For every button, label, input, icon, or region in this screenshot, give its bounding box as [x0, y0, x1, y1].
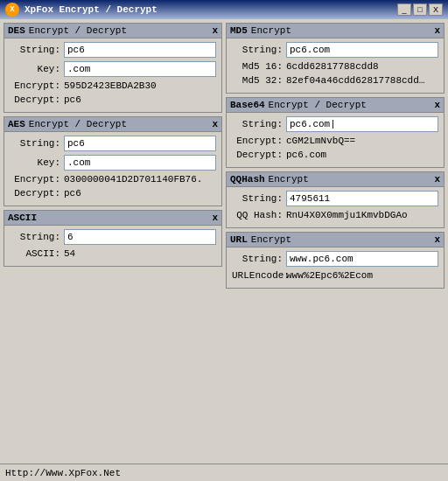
url-encode-label: URLEncode: [232, 270, 283, 281]
aes-key-label: Key: [10, 157, 60, 168]
md5-string-input[interactable] [286, 42, 438, 58]
url-close-icon[interactable]: x [434, 234, 440, 245]
base64-decrypt-value: pc6.com [286, 150, 438, 160]
qqhash-string-label: String: [232, 193, 283, 204]
aes-encrypt-value: 0300000041D2D701140FB76. [64, 174, 216, 185]
des-encrypt-value: 595D2423EBDA2B30 [64, 80, 216, 91]
ascii-ascii-value: 54 [64, 248, 216, 259]
ascii-string-label: String: [10, 232, 60, 242]
url-string-input[interactable] [286, 251, 438, 267]
des-key-input[interactable] [64, 61, 216, 77]
md5-16-value: 6cdd62817788cdd8 [286, 61, 438, 72]
base64-string-input[interactable] [286, 116, 438, 132]
status-text: Http://Www.XpFox.Net [5, 468, 121, 478]
status-bar: Http://Www.XpFox.Net [0, 464, 448, 481]
des-decrypt-value: pc6 [64, 94, 216, 105]
aes-encrypt-label: Encrypt: [10, 174, 60, 185]
des-string-label: String: [10, 45, 60, 55]
des-key-label: Key: [10, 64, 60, 74]
md5-string-label: String: [232, 45, 283, 55]
des-string-row: String: [10, 42, 216, 58]
md5-close-icon[interactable]: x [434, 25, 440, 36]
aes-string-label: String: [10, 138, 60, 149]
md5-string-row: String: [232, 42, 438, 58]
aes-subtitle: Encrypt / Decrypt [29, 119, 127, 129]
url-title: URL [230, 234, 248, 245]
base64-decrypt-label: Decrypt: [232, 150, 283, 160]
app-icon: X [5, 3, 19, 17]
des-panel-header: DES Encrypt / Decrypt x [4, 24, 221, 38]
ascii-title: ASCII [8, 213, 37, 223]
des-string-input[interactable] [64, 42, 216, 58]
url-panel-header: URL Encrypt x [227, 233, 444, 247]
aes-close-icon[interactable]: x [212, 119, 218, 129]
ascii-string-input[interactable] [64, 229, 216, 245]
base64-close-icon[interactable]: x [434, 100, 440, 110]
minimize-button[interactable]: _ [397, 3, 411, 16]
des-panel: DES Encrypt / Decrypt x String: Key: Enc… [4, 23, 222, 113]
base64-panel: Base64 Encrypt / Decrypt x String: Encry… [226, 97, 444, 168]
aes-panel: AES Encrypt / Decrypt x String: Key: Enc… [4, 116, 222, 206]
qqhash-string-input[interactable] [286, 191, 438, 206]
url-string-label: String: [232, 254, 283, 264]
base64-title: Base64 [230, 100, 265, 110]
aes-decrypt-row: Decrypt: pc6 [10, 188, 216, 199]
aes-encrypt-row: Encrypt: 0300000041D2D701140FB76. [10, 174, 216, 185]
qqhash-panel: QQHash Encrypt x String: QQ Hash: RnU4X0… [226, 171, 444, 228]
aes-title: AES [8, 119, 25, 129]
url-subtitle: Encrypt [251, 234, 291, 245]
base64-encrypt-row: Encrypt: cGM2LmNvbQ== [232, 136, 438, 146]
app-title: XpFox Encrypt / Decrypt [24, 4, 158, 15]
des-key-row: Key: [10, 61, 216, 77]
url-panel: URL Encrypt x String: URLEncode: www%2Ep… [226, 232, 444, 289]
des-title: DES [8, 25, 25, 36]
md5-subtitle: Encrypt [251, 25, 291, 36]
ascii-close-icon[interactable]: x [212, 213, 218, 223]
md5-16-row: Md5 16: 6cdd62817788cdd8 [232, 61, 438, 72]
md5-32-label: Md5 32: [232, 75, 283, 86]
qqhash-close-icon[interactable]: x [434, 174, 440, 185]
qqhash-subtitle: Encrypt [269, 174, 309, 185]
url-encode-value: www%2Epc6%2Ecom [286, 270, 438, 281]
url-string-row: String: [232, 251, 438, 267]
ascii-string-row: String: [10, 229, 216, 245]
title-bar: X XpFox Encrypt / Decrypt _ □ X [0, 0, 448, 19]
base64-encrypt-label: Encrypt: [232, 136, 283, 146]
close-button[interactable]: X [429, 3, 443, 16]
url-encode-row: URLEncode: www%2Epc6%2Ecom [232, 270, 438, 281]
aes-panel-header: AES Encrypt / Decrypt x [4, 117, 221, 132]
base64-encrypt-value: cGM2LmNvbQ== [286, 136, 438, 146]
base64-string-row: String: [232, 116, 438, 132]
des-close-icon[interactable]: x [212, 25, 218, 36]
base64-decrypt-row: Decrypt: pc6.com [232, 150, 438, 160]
aes-decrypt-label: Decrypt: [10, 188, 60, 199]
qqhash-hash-value: RnU4X0X0mmju1KmvbDGAo [286, 210, 438, 220]
base64-panel-header: Base64 Encrypt / Decrypt x [227, 98, 444, 113]
aes-string-input[interactable] [64, 136, 216, 151]
qqhash-hash-label: QQ Hash: [232, 210, 283, 220]
des-decrypt-row: Decrypt: pc6 [10, 94, 216, 105]
qqhash-string-row: String: [232, 191, 438, 206]
md5-16-label: Md5 16: [232, 61, 283, 72]
maximize-button[interactable]: □ [413, 3, 427, 16]
base64-subtitle: Encrypt / Decrypt [269, 100, 367, 110]
ascii-ascii-label: ASCII: [10, 248, 60, 259]
aes-string-row: String: [10, 136, 216, 151]
md5-panel-header: MD5 Encrypt x [227, 24, 444, 38]
des-encrypt-row: Encrypt: 595D2423EBDA2B30 [10, 80, 216, 91]
des-subtitle: Encrypt / Decrypt [29, 25, 127, 36]
des-encrypt-label: Encrypt: [10, 80, 60, 91]
base64-string-label: String: [232, 119, 283, 129]
aes-key-input[interactable] [64, 155, 216, 171]
md5-title: MD5 [230, 25, 248, 36]
ascii-panel-header: ASCII x [4, 211, 221, 226]
aes-decrypt-value: pc6 [64, 188, 216, 199]
ascii-value-row: ASCII: 54 [10, 248, 216, 259]
qqhash-panel-header: QQHash Encrypt x [227, 172, 444, 187]
ascii-panel: ASCII x String: ASCII: 54 [4, 210, 222, 267]
qqhash-title: QQHash [230, 174, 265, 185]
aes-key-row: Key: [10, 155, 216, 171]
qqhash-hash-row: QQ Hash: RnU4X0X0mmju1KmvbDGAo [232, 210, 438, 220]
des-decrypt-label: Decrypt: [10, 94, 60, 105]
md5-32-value: 82ef04a46cdd62817788cdd… [286, 75, 438, 86]
